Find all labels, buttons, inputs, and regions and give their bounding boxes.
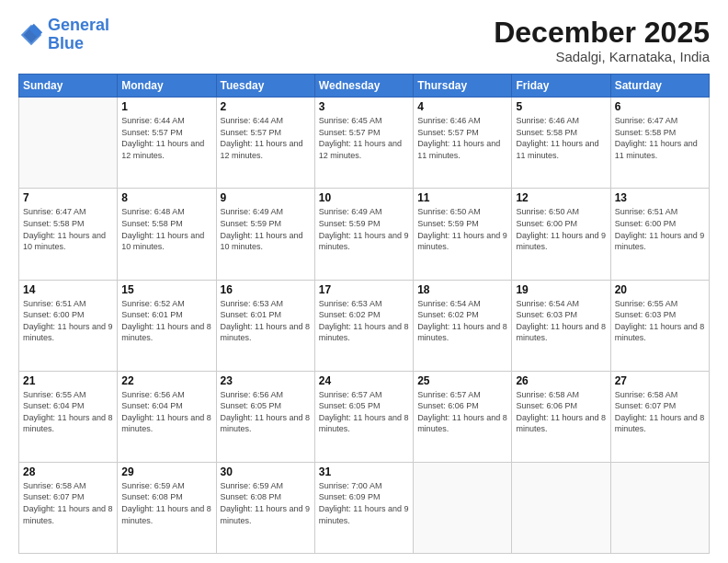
calendar-cell: 2Sunrise: 6:44 AM Sunset: 5:57 PM Daylig… (216, 98, 314, 189)
day-number: 17 (319, 283, 409, 296)
location: Sadalgi, Karnataka, India (494, 49, 710, 64)
day-info: Sunrise: 6:58 AM Sunset: 6:07 PM Dayligh… (615, 389, 705, 435)
day-info: Sunrise: 6:51 AM Sunset: 6:00 PM Dayligh… (23, 298, 113, 344)
day-number: 16 (221, 283, 311, 296)
day-info: Sunrise: 6:52 AM Sunset: 6:01 PM Dayligh… (121, 298, 211, 344)
calendar-table: SundayMondayTuesdayWednesdayThursdayFrid… (18, 74, 710, 554)
calendar-week-5: 28Sunrise: 6:58 AM Sunset: 6:07 PM Dayli… (19, 462, 710, 553)
calendar-cell: 18Sunrise: 6:54 AM Sunset: 6:02 PM Dayli… (414, 280, 512, 371)
day-info: Sunrise: 6:55 AM Sunset: 6:04 PM Dayligh… (23, 389, 113, 435)
day-info: Sunrise: 7:00 AM Sunset: 6:09 PM Dayligh… (319, 480, 409, 526)
day-number: 18 (417, 283, 507, 296)
day-number: 29 (121, 465, 211, 478)
day-number: 13 (615, 191, 705, 204)
calendar-header-tuesday: Tuesday (216, 75, 314, 98)
calendar-cell: 15Sunrise: 6:52 AM Sunset: 6:01 PM Dayli… (118, 280, 216, 371)
calendar-header-sunday: Sunday (19, 75, 118, 98)
logo-text: General Blue (48, 17, 109, 53)
header: General Blue December 2025 Sadalgi, Karn… (18, 17, 710, 64)
calendar-header-monday: Monday (118, 75, 216, 98)
calendar-week-1: 1Sunrise: 6:44 AM Sunset: 5:57 PM Daylig… (19, 98, 710, 189)
calendar-cell: 31Sunrise: 7:00 AM Sunset: 6:09 PM Dayli… (314, 462, 413, 553)
calendar-cell: 27Sunrise: 6:58 AM Sunset: 6:07 PM Dayli… (610, 371, 709, 462)
calendar-cell (19, 98, 118, 189)
day-number: 25 (417, 374, 507, 387)
calendar-cell: 11Sunrise: 6:50 AM Sunset: 5:59 PM Dayli… (414, 189, 512, 280)
calendar-cell: 23Sunrise: 6:56 AM Sunset: 6:05 PM Dayli… (216, 371, 314, 462)
calendar-cell (512, 462, 610, 553)
calendar-header-saturday: Saturday (610, 75, 709, 98)
day-number: 5 (516, 100, 606, 113)
day-info: Sunrise: 6:54 AM Sunset: 6:03 PM Dayligh… (516, 298, 606, 344)
logo: General Blue (18, 17, 109, 53)
page: General Blue December 2025 Sadalgi, Karn… (0, 0, 728, 563)
day-info: Sunrise: 6:44 AM Sunset: 5:57 PM Dayligh… (221, 115, 311, 161)
day-info: Sunrise: 6:50 AM Sunset: 6:00 PM Dayligh… (516, 206, 606, 252)
day-info: Sunrise: 6:58 AM Sunset: 6:06 PM Dayligh… (516, 389, 606, 435)
calendar-cell: 16Sunrise: 6:53 AM Sunset: 6:01 PM Dayli… (216, 280, 314, 371)
day-info: Sunrise: 6:58 AM Sunset: 6:07 PM Dayligh… (23, 480, 113, 526)
day-info: Sunrise: 6:59 AM Sunset: 6:08 PM Dayligh… (121, 480, 211, 526)
calendar-cell: 1Sunrise: 6:44 AM Sunset: 5:57 PM Daylig… (118, 98, 216, 189)
day-number: 12 (516, 191, 606, 204)
day-number: 2 (221, 100, 311, 113)
calendar-cell: 21Sunrise: 6:55 AM Sunset: 6:04 PM Dayli… (19, 371, 118, 462)
day-number: 23 (221, 374, 311, 387)
day-info: Sunrise: 6:56 AM Sunset: 6:05 PM Dayligh… (221, 389, 311, 435)
calendar-cell: 24Sunrise: 6:57 AM Sunset: 6:05 PM Dayli… (314, 371, 413, 462)
calendar-cell: 25Sunrise: 6:57 AM Sunset: 6:06 PM Dayli… (414, 371, 512, 462)
calendar-cell (414, 462, 512, 553)
calendar-cell: 28Sunrise: 6:58 AM Sunset: 6:07 PM Dayli… (19, 462, 118, 553)
calendar-header-thursday: Thursday (414, 75, 512, 98)
day-number: 7 (23, 191, 113, 204)
calendar-cell: 17Sunrise: 6:53 AM Sunset: 6:02 PM Dayli… (314, 280, 413, 371)
calendar-cell: 29Sunrise: 6:59 AM Sunset: 6:08 PM Dayli… (118, 462, 216, 553)
day-info: Sunrise: 6:47 AM Sunset: 5:58 PM Dayligh… (615, 115, 705, 161)
calendar-cell: 7Sunrise: 6:47 AM Sunset: 5:58 PM Daylig… (19, 189, 118, 280)
calendar-cell: 14Sunrise: 6:51 AM Sunset: 6:00 PM Dayli… (19, 280, 118, 371)
day-number: 24 (319, 374, 409, 387)
day-info: Sunrise: 6:49 AM Sunset: 5:59 PM Dayligh… (319, 206, 409, 252)
calendar-cell: 5Sunrise: 6:46 AM Sunset: 5:58 PM Daylig… (512, 98, 610, 189)
month-title: December 2025 (494, 17, 710, 49)
day-number: 4 (417, 100, 507, 113)
logo-icon (18, 22, 44, 48)
calendar-week-3: 14Sunrise: 6:51 AM Sunset: 6:00 PM Dayli… (19, 280, 710, 371)
day-number: 14 (23, 283, 113, 296)
day-number: 21 (23, 374, 113, 387)
day-number: 26 (516, 374, 606, 387)
calendar-cell: 20Sunrise: 6:55 AM Sunset: 6:03 PM Dayli… (610, 280, 709, 371)
day-number: 1 (121, 100, 211, 113)
day-number: 10 (319, 191, 409, 204)
day-info: Sunrise: 6:45 AM Sunset: 5:57 PM Dayligh… (319, 115, 409, 161)
day-info: Sunrise: 6:49 AM Sunset: 5:59 PM Dayligh… (221, 206, 311, 252)
day-info: Sunrise: 6:59 AM Sunset: 6:08 PM Dayligh… (221, 480, 311, 526)
day-number: 30 (221, 465, 311, 478)
calendar-header-wednesday: Wednesday (314, 75, 413, 98)
day-info: Sunrise: 6:47 AM Sunset: 5:58 PM Dayligh… (23, 206, 113, 252)
calendar-cell: 22Sunrise: 6:56 AM Sunset: 6:04 PM Dayli… (118, 371, 216, 462)
day-number: 31 (319, 465, 409, 478)
day-info: Sunrise: 6:46 AM Sunset: 5:57 PM Dayligh… (417, 115, 507, 161)
day-number: 22 (121, 374, 211, 387)
calendar-cell: 30Sunrise: 6:59 AM Sunset: 6:08 PM Dayli… (216, 462, 314, 553)
calendar-header-row: SundayMondayTuesdayWednesdayThursdayFrid… (19, 75, 710, 98)
day-info: Sunrise: 6:48 AM Sunset: 5:58 PM Dayligh… (121, 206, 211, 252)
day-number: 3 (319, 100, 409, 113)
day-number: 11 (417, 191, 507, 204)
day-number: 15 (121, 283, 211, 296)
day-number: 28 (23, 465, 113, 478)
day-info: Sunrise: 6:54 AM Sunset: 6:02 PM Dayligh… (417, 298, 507, 344)
day-info: Sunrise: 6:57 AM Sunset: 6:06 PM Dayligh… (417, 389, 507, 435)
calendar-cell (610, 462, 709, 553)
calendar-cell: 13Sunrise: 6:51 AM Sunset: 6:00 PM Dayli… (610, 189, 709, 280)
day-number: 19 (516, 283, 606, 296)
day-info: Sunrise: 6:44 AM Sunset: 5:57 PM Dayligh… (121, 115, 211, 161)
calendar-cell: 6Sunrise: 6:47 AM Sunset: 5:58 PM Daylig… (610, 98, 709, 189)
day-info: Sunrise: 6:51 AM Sunset: 6:00 PM Dayligh… (615, 206, 705, 252)
calendar-cell: 19Sunrise: 6:54 AM Sunset: 6:03 PM Dayli… (512, 280, 610, 371)
day-number: 27 (615, 374, 705, 387)
calendar-header-friday: Friday (512, 75, 610, 98)
title-block: December 2025 Sadalgi, Karnataka, India (494, 17, 710, 64)
day-info: Sunrise: 6:50 AM Sunset: 5:59 PM Dayligh… (417, 206, 507, 252)
